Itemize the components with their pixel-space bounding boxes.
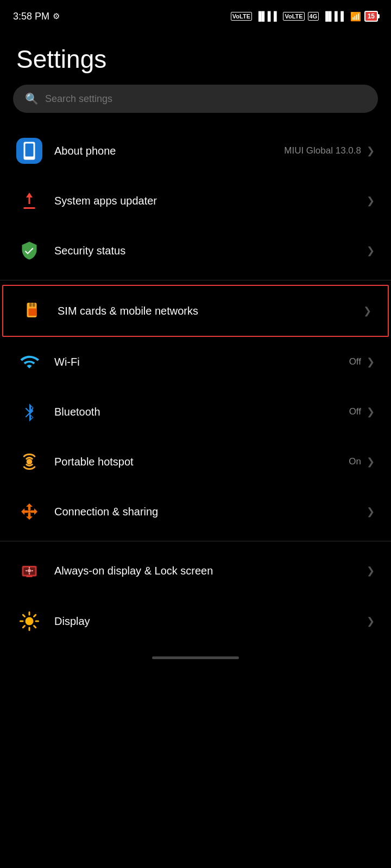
battery-icon: 15 — [364, 11, 378, 22]
display-arrow: ❯ — [367, 615, 375, 627]
about-phone-right: MIUI Global 13.0.8 ❯ — [284, 145, 375, 157]
settings-item-display[interactable]: Display ❯ — [0, 596, 391, 640]
hotspot-right: On ❯ — [349, 456, 375, 468]
sim-cards-right: ❯ — [363, 305, 371, 317]
always-on-display-content: Always-on display & Lock screen ❯ — [54, 564, 375, 578]
hotspot-arrow: ❯ — [367, 456, 375, 468]
security-status-icon — [16, 238, 42, 264]
svg-rect-4 — [29, 303, 32, 307]
always-on-display-label: Always-on display & Lock screen — [54, 564, 367, 578]
status-time: 3:58 PM ⚙ — [13, 11, 60, 22]
sim-cards-content: SIM cards & mobile networks ❯ — [58, 305, 371, 317]
wifi-right: Off ❯ — [349, 356, 375, 368]
search-input[interactable] — [45, 93, 366, 105]
settings-item-always-on-display[interactable]: Always-on display & Lock screen ❯ — [0, 546, 391, 596]
svg-rect-5 — [33, 303, 35, 307]
settings-item-hotspot[interactable]: Portable hotspot On ❯ — [0, 437, 391, 487]
sim-cards-icon — [20, 298, 46, 324]
about-phone-value: MIUI Global 13.0.8 — [284, 145, 361, 156]
always-on-display-right: ❯ — [367, 565, 375, 577]
system-apps-label: System apps updater — [54, 195, 157, 207]
settings-item-bluetooth[interactable]: Bluetooth Off ❯ — [0, 387, 391, 437]
bluetooth-content: Bluetooth Off ❯ — [54, 406, 375, 418]
display-right: ❯ — [367, 615, 375, 627]
volte-icon-2: VoLTE — [283, 12, 304, 21]
wifi-arrow: ❯ — [367, 356, 375, 368]
time-text: 3:58 PM — [13, 11, 49, 22]
divider-2 — [0, 541, 391, 541]
connection-sharing-right: ❯ — [367, 506, 375, 518]
about-phone-label: About phone — [54, 145, 116, 157]
connection-sharing-icon — [16, 499, 42, 525]
svg-point-12 — [26, 617, 34, 626]
system-apps-updater-icon — [16, 188, 42, 214]
hotspot-icon — [16, 449, 42, 475]
display-content: Display ❯ — [54, 615, 375, 628]
settings-item-wifi[interactable]: Wi-Fi Off ❯ — [0, 337, 391, 387]
svg-point-7 — [27, 459, 32, 464]
about-phone-content: About phone MIUI Global 13.0.8 ❯ — [54, 145, 375, 157]
connection-sharing-label: Connection & sharing — [54, 506, 158, 518]
settings-item-security-status[interactable]: Security status ❯ — [0, 226, 391, 276]
settings-item-about-phone[interactable]: About phone MIUI Global 13.0.8 ❯ — [0, 126, 391, 176]
settings-item-connection-sharing[interactable]: Connection & sharing ❯ — [0, 487, 391, 537]
svg-point-8 — [28, 510, 31, 513]
about-phone-icon — [16, 138, 42, 164]
hotspot-content: Portable hotspot On ❯ — [54, 456, 375, 468]
signal-bars-2: ▐▌▌▌ — [322, 11, 346, 21]
bottom-indicator — [0, 651, 391, 670]
search-icon: 🔍 — [25, 92, 39, 105]
always-on-display-arrow: ❯ — [367, 565, 375, 577]
wifi-value: Off — [349, 356, 361, 367]
gear-icon: ⚙ — [53, 11, 60, 21]
bluetooth-label: Bluetooth — [54, 406, 100, 418]
connection-sharing-arrow: ❯ — [367, 506, 375, 518]
hotspot-label: Portable hotspot — [54, 456, 134, 468]
wifi-icon: 📶 — [350, 11, 361, 22]
wifi-settings-icon — [16, 349, 42, 375]
svg-rect-1 — [26, 144, 34, 157]
settings-item-sim-cards[interactable]: SIM cards & mobile networks ❯ — [2, 285, 389, 337]
svg-point-2 — [29, 157, 30, 159]
bluetooth-arrow: ❯ — [367, 406, 375, 418]
system-apps-right: ❯ — [367, 195, 375, 207]
system-apps-arrow: ❯ — [367, 195, 375, 207]
sim-cards-arrow: ❯ — [363, 305, 371, 317]
wifi-content: Wi-Fi Off ❯ — [54, 356, 375, 368]
volte-icon-1: VoLTE — [231, 12, 252, 21]
page-title: Settings — [0, 28, 391, 85]
security-status-label: Security status — [54, 245, 125, 257]
status-bar: 3:58 PM ⚙ VoLTE ▐▌▌▌ VoLTE 4G ▐▌▌▌ 📶 15 — [0, 0, 391, 28]
connection-sharing-content: Connection & sharing ❯ — [54, 506, 375, 518]
security-status-content: Security status ❯ — [54, 245, 375, 257]
svg-rect-6 — [29, 309, 37, 316]
4g-badge: 4G — [308, 12, 319, 21]
signal-bars-1: ▐▌▌▌ — [255, 11, 280, 21]
settings-item-system-apps-updater[interactable]: System apps updater ❯ — [0, 176, 391, 226]
divider-1 — [0, 280, 391, 280]
nav-indicator-bar — [152, 656, 239, 659]
display-label: Display — [54, 615, 90, 628]
bluetooth-icon — [16, 399, 42, 425]
search-bar[interactable]: 🔍 — [13, 85, 378, 113]
settings-list: About phone MIUI Global 13.0.8 ❯ System … — [0, 126, 391, 651]
display-icon — [16, 608, 42, 634]
security-status-right: ❯ — [367, 245, 375, 257]
hotspot-value: On — [349, 456, 361, 467]
about-phone-arrow: ❯ — [367, 145, 375, 157]
wifi-label: Wi-Fi — [54, 356, 80, 368]
system-apps-content: System apps updater ❯ — [54, 195, 375, 207]
bluetooth-value: Off — [349, 406, 361, 417]
status-icons: VoLTE ▐▌▌▌ VoLTE 4G ▐▌▌▌ 📶 15 — [231, 11, 378, 22]
bluetooth-right: Off ❯ — [349, 406, 375, 418]
sim-cards-label: SIM cards & mobile networks — [58, 305, 198, 317]
security-status-arrow: ❯ — [367, 245, 375, 257]
always-on-display-icon — [16, 558, 42, 584]
svg-point-11 — [28, 569, 31, 572]
